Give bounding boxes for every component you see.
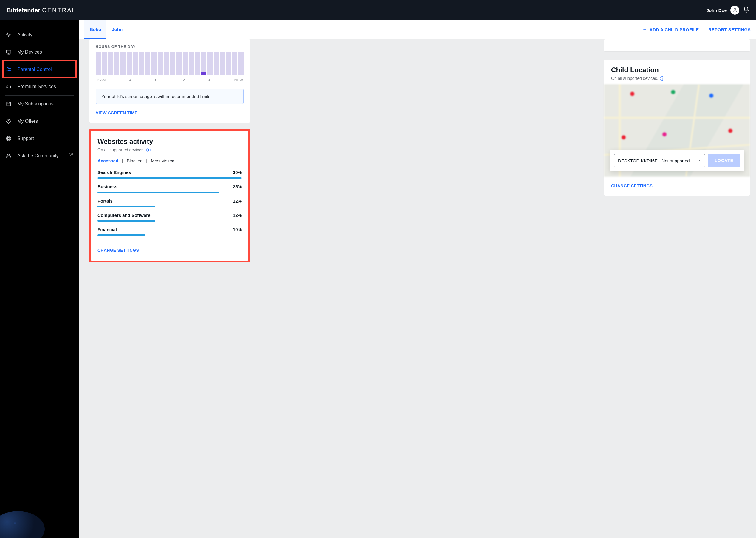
tab-john[interactable]: John (106, 20, 128, 39)
user-name[interactable]: John Doe (707, 8, 727, 13)
category-name: Computers and Software (97, 213, 150, 218)
websites-activity-card: Websites activity On all supported devic… (91, 131, 248, 261)
hour-bar (158, 52, 163, 75)
hour-bar (189, 52, 194, 75)
sidebar-item-label: My Offers (17, 119, 38, 124)
sidebar-item-premium-services[interactable]: Premium Services (0, 78, 79, 95)
category-percent: 12% (233, 198, 242, 203)
sidebar-item-my-devices[interactable]: My Devices (0, 43, 79, 61)
child-location-card: Child Location On all supported devices.… (604, 60, 750, 196)
headset-icon (6, 84, 12, 90)
websites-filter-tabs: Accessed | Blocked | Most visited (97, 158, 242, 163)
tab-accessed[interactable]: Accessed (97, 158, 118, 163)
info-icon[interactable]: i (660, 76, 665, 81)
category-bar (97, 206, 155, 207)
sidebar-item-label: Premium Services (17, 84, 56, 89)
avatar[interactable] (730, 6, 739, 15)
screen-time-chart (96, 52, 244, 75)
hour-bar (170, 52, 175, 75)
hour-bar (201, 52, 206, 75)
hour-bar (127, 52, 132, 75)
screen-time-axis: 12AM48124NOW (96, 78, 244, 82)
category-bar (97, 191, 219, 193)
location-change-settings-button[interactable]: CHANGE SETTINGS (611, 184, 653, 188)
category-percent: 12% (233, 213, 242, 218)
hour-bar (176, 52, 182, 75)
hour-bar (207, 52, 212, 75)
hour-bar (226, 52, 231, 75)
category-bar (97, 220, 155, 222)
sidebar-item-label: My Subscriptions (17, 101, 54, 107)
device-select[interactable]: DESKTOP-KKPII6E - Not supported (614, 154, 705, 167)
category-name: Search Engines (97, 170, 131, 175)
hour-bar (164, 52, 169, 75)
category-name: Financial (97, 227, 117, 232)
tab-blocked[interactable]: Blocked (127, 158, 143, 163)
child-tabbar: Bobo John ADD A CHILD PROFILE REPORT SET… (79, 20, 756, 39)
category-bar (97, 235, 145, 236)
child-location-title: Child Location (611, 66, 743, 74)
hour-bar (145, 52, 150, 75)
category-row: Portals12% (97, 198, 242, 207)
people-icon (6, 153, 12, 159)
add-child-profile-button[interactable]: ADD A CHILD PROFILE (642, 27, 699, 32)
svg-point-7 (8, 137, 10, 140)
external-link-icon (68, 152, 74, 158)
hour-bar (195, 52, 200, 75)
screen-time-card: HOURS OF THE DAY 12AM48124NOW Your child… (89, 39, 250, 123)
report-settings-button[interactable]: REPORT SETTINGS (709, 27, 751, 32)
main: Bobo John ADD A CHILD PROFILE REPORT SET… (79, 20, 756, 538)
hour-bar (133, 52, 138, 75)
svg-point-3 (9, 68, 10, 69)
sidebar-item-label: Support (17, 136, 34, 141)
sidebar-item-activity[interactable]: Activity (0, 26, 79, 43)
brand-name: Bitdefender (7, 7, 40, 14)
device-select-value: DESKTOP-KKPII6E - Not supported (618, 158, 690, 163)
locate-button[interactable]: LOCATE (708, 154, 740, 167)
hour-bar (139, 52, 144, 75)
hour-bar (214, 52, 219, 75)
view-screen-time-button[interactable]: VIEW SCREEN TIME (96, 111, 138, 115)
axis-tick: 8 (155, 78, 157, 82)
axis-tick: NOW (234, 78, 243, 82)
svg-point-5 (8, 120, 9, 121)
sidebar-item-ask-community[interactable]: Ask the Community (0, 147, 79, 164)
tab-bobo[interactable]: Bobo (85, 20, 106, 39)
category-row: Computers and Software12% (97, 213, 242, 222)
svg-point-0 (734, 8, 736, 10)
hour-bar (114, 52, 119, 75)
svg-point-9 (9, 154, 10, 155)
info-icon[interactable]: i (146, 148, 151, 152)
sidebar-item-my-subscriptions[interactable]: My Subscriptions (0, 95, 79, 113)
sidebar-item-label: My Devices (17, 49, 42, 55)
axis-tick: 12AM (96, 78, 105, 82)
lifebuoy-icon (6, 135, 12, 141)
hour-bar (151, 52, 156, 75)
websites-activity-subtitle: On all supported devices. i (97, 147, 242, 152)
locate-bar: DESKTOP-KKPII6E - Not supported LOCATE (610, 150, 744, 171)
sidebar-item-support[interactable]: Support (0, 130, 79, 147)
axis-tick: 4 (208, 78, 210, 82)
hour-bar (183, 52, 188, 75)
hour-bar (108, 52, 113, 75)
axis-tick: 4 (129, 78, 132, 82)
tab-most-visited[interactable]: Most visited (151, 158, 174, 163)
monitor-icon (6, 49, 12, 55)
card-placeholder (604, 39, 750, 51)
tag-icon (6, 118, 12, 124)
category-row: Business25% (97, 184, 242, 193)
topbar: Bitdefender CENTRAL John Doe (0, 0, 756, 20)
sidebar-item-my-offers[interactable]: My Offers (0, 113, 79, 130)
bell-icon (743, 6, 749, 13)
activity-icon (6, 32, 12, 38)
sidebar-item-label: Ask the Community (17, 153, 59, 158)
axis-tick: 12 (181, 78, 185, 82)
brand-logo: Bitdefender CENTRAL (7, 0, 76, 20)
sidebar-item-label: Parental Control (17, 67, 52, 72)
plus-icon (642, 27, 647, 32)
svg-point-8 (7, 154, 8, 155)
notifications-button[interactable] (743, 6, 749, 14)
category-row: Financial10% (97, 227, 242, 236)
sidebar-item-parental-control[interactable]: Parental Control (0, 61, 79, 78)
websites-change-settings-button[interactable]: CHANGE SETTINGS (97, 248, 139, 253)
